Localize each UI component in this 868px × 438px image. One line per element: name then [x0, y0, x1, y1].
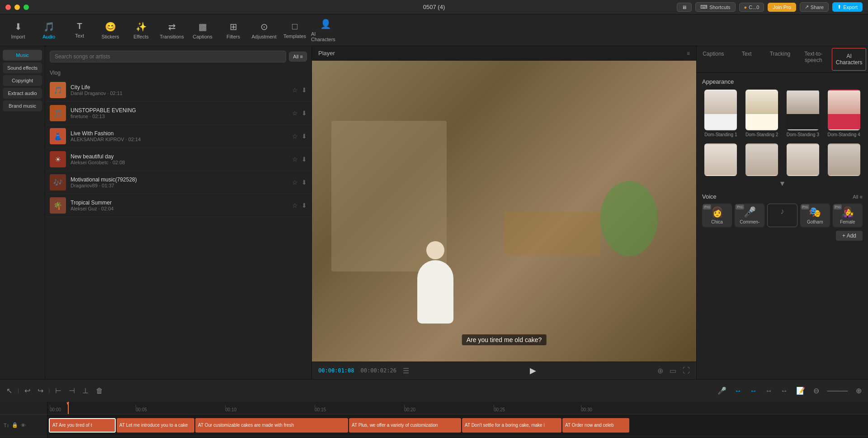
voice-all-btn[interactable]: All ≡ — [853, 194, 863, 200]
zoom-in-timeline-btn[interactable]: ⊕ — [854, 385, 863, 397]
char-card-3[interactable]: Dom-Standing 3 — [784, 90, 822, 137]
left-btn-brand-music[interactable]: Brand music — [3, 100, 42, 111]
toolbar-adjustment[interactable]: ⊙ Adjustment — [250, 17, 278, 44]
music-fav-btn-2[interactable]: ☆ — [292, 110, 298, 117]
zoom-in-btn[interactable]: ⊕ — [657, 367, 663, 375]
music-fav-btn-5[interactable]: ☆ — [292, 179, 298, 186]
caption-clip-1[interactable]: AT Are you tired of t — [49, 418, 116, 433]
voice-card-3[interactable]: ♪ — [767, 204, 797, 227]
left-btn-sound-effects[interactable]: Sound effects — [3, 62, 42, 73]
add-voice-btn[interactable]: + Add — [836, 231, 863, 241]
toolbar-ai-characters[interactable]: 👤 AI Characters — [311, 17, 340, 44]
export-btn[interactable]: ⬆ Export — [832, 2, 863, 12]
lock-icon-1[interactable]: 🔒 — [12, 422, 18, 428]
music-item[interactable]: 🎵 City Life Daniil Draganov · 02:11 ☆ ⬇ — [45, 79, 311, 102]
microphone-btn[interactable]: 🎤 — [716, 385, 728, 397]
toolbar-text[interactable]: T Text — [65, 17, 94, 44]
music-fav-btn-4[interactable]: ☆ — [292, 156, 298, 163]
shortcuts-btn[interactable]: ⌨ Shortcuts — [695, 2, 735, 12]
tab-captions[interactable]: Captions — [697, 46, 730, 72]
playhead[interactable] — [68, 402, 69, 414]
toolbar-captions[interactable]: ▦ Captions — [188, 17, 217, 44]
tab-tracking[interactable]: Tracking — [764, 46, 797, 72]
music-download-btn-3[interactable]: ⬇ — [302, 133, 307, 140]
char-card-6[interactable] — [743, 143, 781, 176]
play-button[interactable]: ▶ — [530, 366, 536, 376]
caption-clip-4[interactable]: AT Plus, we offer a variety of customiza… — [349, 418, 461, 433]
fullscreen-btn[interactable]: ⛶ — [683, 367, 690, 375]
aspect-ratio-btn[interactable]: ▭ — [670, 367, 676, 375]
toolbar-filters[interactable]: ⊞ Filters — [219, 17, 248, 44]
music-download-btn-6[interactable]: ⬇ — [302, 202, 307, 209]
tab-text[interactable]: Text — [730, 46, 764, 72]
music-item[interactable]: ☀ New beautiful day Aleksei Gorobetc · 0… — [45, 148, 311, 171]
char-card-5[interactable] — [702, 143, 740, 176]
traffic-light-minimize[interactable] — [14, 5, 20, 10]
profile-btn[interactable]: ● C...0 — [739, 3, 764, 12]
music-filter-btn[interactable]: All ≡ — [289, 52, 307, 62]
subtitle-btn[interactable]: 📝 — [794, 385, 807, 397]
char-card-8[interactable] — [825, 143, 863, 176]
char-card-1[interactable]: Dom-Standing 1 — [702, 90, 740, 137]
toolbar-templates[interactable]: □ Templates — [280, 17, 309, 44]
caption-clip-3[interactable]: AT Our customizable cakes are made with … — [195, 418, 348, 433]
music-item[interactable]: 👗 Live With Fashion ALEKSANDAR KIPROV · … — [45, 125, 311, 148]
music-fav-btn-1[interactable]: ☆ — [292, 86, 298, 94]
zoom-out-btn[interactable]: ⊖ — [811, 385, 821, 397]
music-item[interactable]: 🎵 UNSTOPPABLE EVENING finetune · 02:13 ☆… — [45, 102, 311, 125]
left-btn-copyright[interactable]: Copyright — [3, 75, 42, 86]
voice-card-commen[interactable]: Pro 🎤 Commen- — [735, 204, 764, 227]
music-item[interactable]: 🎶 Motivational music(792528) Dragariov89… — [45, 171, 311, 194]
char-card-4[interactable]: Dom-Standing 4 — [825, 90, 863, 137]
split-btn[interactable]: ⊥ — [80, 385, 90, 397]
zoom-slider[interactable]: ──── — [826, 385, 849, 397]
voice-card-chica[interactable]: Pro 👩 Chica — [702, 204, 732, 227]
caption-clip-6[interactable]: AT Order now and celeb — [562, 418, 629, 433]
select-tool-btn[interactable]: ↖ — [5, 385, 14, 397]
voice-section: Voice All ≡ Pro 👩 Chica Pro 🎤 Commen- — [702, 193, 863, 241]
link-btn-2[interactable]: ↔ — [748, 385, 759, 397]
toolbar-stickers[interactable]: 😊 Stickers — [96, 17, 125, 44]
toolbar-effects[interactable]: ✨ Effects — [127, 17, 156, 44]
split-start-btn[interactable]: ⊢ — [53, 385, 63, 397]
music-download-btn-1[interactable]: ⬇ — [302, 86, 307, 94]
share-btn[interactable]: ↗ Share — [800, 2, 829, 12]
music-fav-btn-6[interactable]: ☆ — [292, 202, 298, 209]
music-download-btn-5[interactable]: ⬇ — [302, 179, 307, 186]
ruler-mark-5: 00:05 — [136, 407, 147, 412]
music-fav-btn-3[interactable]: ☆ — [292, 133, 298, 140]
link-btn-3[interactable]: ↔ — [764, 385, 774, 397]
char-card-7[interactable] — [784, 143, 822, 176]
toolbar-audio[interactable]: 🎵 Audio — [34, 17, 63, 44]
tab-ai-characters[interactable]: AI Characters — [832, 48, 866, 71]
undo-btn[interactable]: ↩ — [23, 385, 32, 397]
traffic-light-close[interactable] — [5, 5, 11, 10]
timeline-tracks-content[interactable]: 00:00 00:05 00:10 00:15 00:20 00:25 00:3… — [47, 402, 868, 438]
music-search-input[interactable] — [50, 51, 286, 62]
music-download-btn-4[interactable]: ⬇ — [302, 156, 307, 163]
list-view-btn[interactable]: ☰ — [403, 367, 409, 375]
caption-clip-2[interactable]: AT Let me introduce you to a cake — [117, 418, 194, 433]
left-btn-music[interactable]: Music — [3, 50, 42, 61]
join-pro-btn[interactable]: Join Pro — [768, 3, 796, 12]
left-btn-extract-audio[interactable]: Extract audio — [3, 88, 42, 99]
player-menu-btn[interactable]: ≡ — [687, 50, 690, 57]
voice-card-gotham[interactable]: Pro 🎭 Gotham — [800, 204, 830, 227]
music-download-btn-2[interactable]: ⬇ — [302, 110, 307, 117]
caption-clip-5[interactable]: AT Don't settle for a boring cake, make … — [462, 418, 561, 433]
show-more-btn[interactable]: ▼ — [702, 180, 863, 188]
tab-text-to-speech[interactable]: Text-to-speech — [797, 46, 830, 72]
char-card-2[interactable]: Dom-Standing 2 — [743, 90, 781, 137]
toolbar-import[interactable]: ⬇ Import — [4, 17, 33, 44]
toolbar-transitions[interactable]: ⇄ Transitions — [157, 17, 186, 44]
voice-card-female[interactable]: Pro 👩‍🎤 Female — [833, 204, 863, 227]
eye-icon-1[interactable]: 👁 — [21, 423, 26, 428]
traffic-light-fullscreen[interactable] — [24, 5, 29, 10]
monitor-btn[interactable]: 🖥 — [677, 3, 692, 12]
music-item[interactable]: 🌴 Tropical Summer Aleksei Guz · 02:04 ☆ … — [45, 194, 311, 217]
split-end-btn[interactable]: ⊣ — [67, 385, 77, 397]
link-btn-4[interactable]: ↔ — [779, 385, 790, 397]
redo-btn[interactable]: ↪ — [36, 385, 45, 397]
link-btn-1[interactable]: ↔ — [733, 385, 744, 397]
delete-btn[interactable]: 🗑 — [94, 385, 105, 397]
